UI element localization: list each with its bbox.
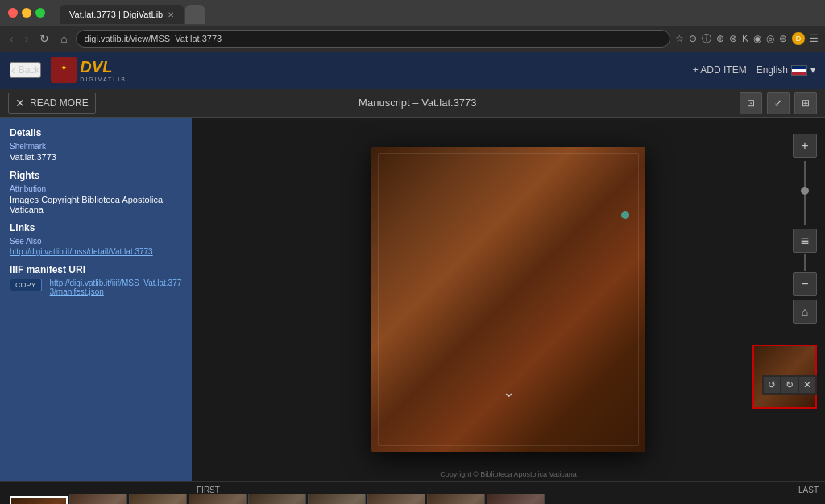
thumbnail-strip: FIRST LAST piatto anteriore 1 2 3 4 5 6 xyxy=(0,481,825,504)
preview-rotate-right-button[interactable]: ↻ xyxy=(781,377,798,393)
thumbnail-item-3[interactable]: 3 xyxy=(189,494,247,504)
back-button[interactable]: ‹ Back xyxy=(10,62,41,78)
star-icon[interactable]: ☆ xyxy=(675,33,684,44)
copyright-overlay: Copyright © Biblioteca Apostolica Vatica… xyxy=(440,470,577,478)
thumbnail-item-5[interactable]: 5 xyxy=(308,494,366,504)
thumbnail-item-2[interactable]: 2 xyxy=(129,494,187,504)
logo-text-group: DVL DIGIVATLIB xyxy=(80,58,126,82)
pinterest-icon[interactable]: ⊕ xyxy=(716,33,724,44)
attribution-label: Attribution xyxy=(10,184,182,193)
thumbnail-item-8[interactable]: 8 xyxy=(487,494,545,504)
chevron-down-icon: ▾ xyxy=(810,64,815,76)
shelfmark-value: Vat.lat.3773 xyxy=(10,152,182,162)
zoom-slider[interactable] xyxy=(804,161,806,225)
home-btn[interactable]: ⌂ xyxy=(57,31,70,47)
thumbnail-item-6[interactable]: 6 xyxy=(367,494,425,504)
zoom-in-button[interactable]: + xyxy=(793,134,817,158)
shelfmark-label: Shelfmark xyxy=(10,142,182,151)
new-tab[interactable] xyxy=(185,5,205,24)
zoom-divider xyxy=(804,254,806,271)
zoom-thumb[interactable] xyxy=(801,187,809,195)
thumbnail-item-4[interactable]: 4 xyxy=(248,494,306,504)
links-heading: Links xyxy=(10,222,182,233)
iiif-url[interactable]: http://digi.vatlib.it/iiif/MSS_Vat.lat.3… xyxy=(50,279,182,296)
thumbnail-image-0 xyxy=(10,496,68,504)
logo-dvl-text: DVL xyxy=(80,58,112,76)
thumbnail-image-1 xyxy=(69,494,127,504)
active-tab[interactable]: Vat.lat.3773 | DigiVatLib ✕ xyxy=(60,5,184,24)
url-input[interactable] xyxy=(76,30,670,48)
thumbnail-item-0[interactable]: piatto anteriore xyxy=(10,496,68,504)
back-nav-btn[interactable]: ‹ xyxy=(6,31,17,47)
book-clasp-icon xyxy=(621,211,629,219)
svg-text:✦: ✦ xyxy=(60,64,68,72)
rights-heading: Rights xyxy=(10,170,182,181)
thumbnail-image-3 xyxy=(189,494,247,504)
logo-sub-text: DIGIVATLIB xyxy=(80,76,126,82)
forward-nav-btn[interactable]: › xyxy=(22,31,32,47)
tab-close-icon[interactable]: ✕ xyxy=(168,10,174,19)
add-item-button[interactable]: + ADD ITEM xyxy=(693,64,747,76)
ext-icon2[interactable]: ◎ xyxy=(766,33,774,44)
thumbnail-scroll: piatto anteriore 1 2 3 4 5 6 7 xyxy=(0,482,825,504)
preview-rotate-left-button[interactable]: ↺ xyxy=(764,377,780,393)
sidebar: Details Shelfmark Vat.lat.3773 Rights At… xyxy=(0,118,192,481)
fullscreen-button[interactable]: ⤢ xyxy=(767,92,790,114)
viewer-toolbar: ✕ READ MORE Manuscript – Vat.lat.3773 ⊡ … xyxy=(0,89,825,118)
refresh-btn[interactable]: ↻ xyxy=(36,31,52,47)
zoom-options-button[interactable]: ≡ xyxy=(793,229,817,253)
attribution-value: Images Copyright Biblioteca Apostolica V… xyxy=(10,195,182,214)
dvl-logo: ✦ DVL DIGIVATLIB xyxy=(51,57,126,83)
toolbar-actions: ⊡ ⤢ ⊞ xyxy=(740,92,817,114)
thumbnail-item-7[interactable]: 7 xyxy=(427,494,485,504)
app-header: ‹ Back ✦ DVL DIGIVATLIB + ADD ITEM Engli… xyxy=(0,52,825,89)
info-icon[interactable]: ⓘ xyxy=(702,32,711,46)
zoom-home-button[interactable]: ⌂ xyxy=(793,300,817,324)
crest-svg: ✦ xyxy=(53,58,74,82)
tab-label: Vat.lat.3773 | DigiVatLib xyxy=(69,10,163,19)
read-more-button[interactable]: ✕ READ MORE xyxy=(8,93,96,114)
thumbnail-image-6 xyxy=(367,494,425,504)
read-more-label: READ MORE xyxy=(30,97,89,109)
flag-icon xyxy=(791,65,807,76)
share-button[interactable]: ⊡ xyxy=(740,92,762,114)
thumbnail-item-1[interactable]: 1 xyxy=(69,494,127,504)
browser-icons: ☆ ⊙ ⓘ ⊕ ⊗ K ◉ ◎ ⊛ D ☰ xyxy=(675,32,819,46)
title-bar: Vat.lat.3773 | DigiVatLib ✕ xyxy=(0,0,825,26)
adblock-icon[interactable]: ⊗ xyxy=(729,33,737,44)
first-label: FIRST xyxy=(197,485,220,494)
iiif-heading: IIIF manifest URI xyxy=(10,264,182,275)
scroll-down-button[interactable]: ⌄ xyxy=(503,383,515,401)
back-arrow-icon: ‹ xyxy=(11,64,15,76)
see-also-link[interactable]: http://digi.vatlib.it/mss/detail/Vat.lat… xyxy=(10,247,182,256)
ext-icon1[interactable]: ◉ xyxy=(753,33,761,44)
maximize-window-btn[interactable] xyxy=(35,8,45,18)
k-icon[interactable]: K xyxy=(742,33,748,44)
language-label: English xyxy=(757,64,788,76)
viewer-title: Manuscript – Vat.lat.3773 xyxy=(96,97,740,109)
ext-icon3[interactable]: ⊛ xyxy=(779,33,787,44)
copy-button[interactable]: COPY xyxy=(10,279,42,291)
details-heading: Details xyxy=(10,127,182,138)
profile-avatar[interactable]: D xyxy=(792,32,805,45)
close-window-btn[interactable] xyxy=(8,8,18,18)
menu-icon[interactable]: ☰ xyxy=(810,33,819,44)
book-cover-image xyxy=(371,147,645,452)
shield-icon: ⊙ xyxy=(689,33,697,44)
window-controls xyxy=(8,8,45,18)
thumbnail-image-5 xyxy=(308,494,366,504)
thumbnail-image-7 xyxy=(427,494,485,504)
grid-button[interactable]: ⊞ xyxy=(794,92,817,114)
preview-close-button[interactable]: ✕ xyxy=(799,377,815,393)
minimize-window-btn[interactable] xyxy=(22,8,31,18)
language-selector[interactable]: English ▾ xyxy=(757,64,815,76)
viewer-area: Copyright © Biblioteca Apostolica Vatica… xyxy=(192,118,825,481)
browser-chrome: Vat.lat.3773 | DigiVatLib ✕ ‹ › ↻ ⌂ ☆ ⊙ … xyxy=(0,0,825,52)
zoom-controls: + ≡ − ⌂ xyxy=(793,134,817,324)
zoom-out-button[interactable]: − xyxy=(793,272,817,296)
svg-marker-1 xyxy=(55,76,73,82)
thumbnail-image-2 xyxy=(129,494,187,504)
iiif-row: COPY http://digi.vatlib.it/iiif/MSS_Vat.… xyxy=(10,279,182,304)
manuscript-image: Copyright © Biblioteca Apostolica Vatica… xyxy=(192,118,825,481)
back-label: Back xyxy=(19,64,40,76)
